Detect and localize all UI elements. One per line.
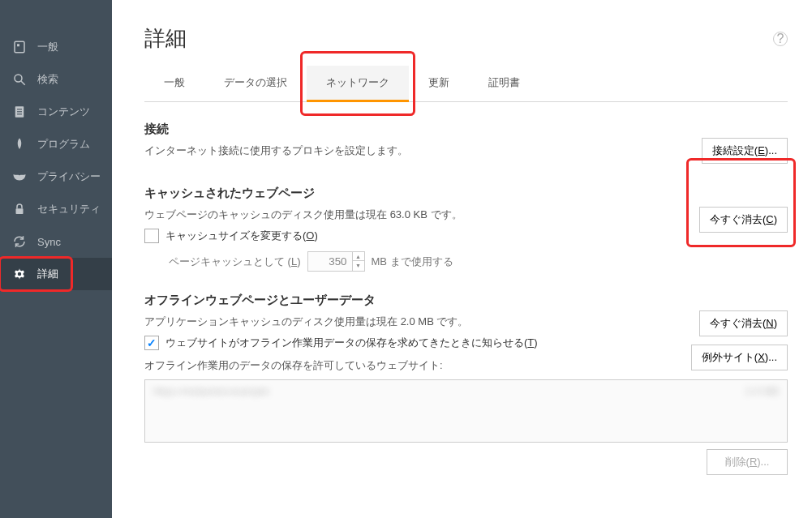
sidebar-item-label: 詳細 xyxy=(37,267,58,281)
sidebar-item-applications[interactable]: プログラム xyxy=(0,128,112,161)
offline-notify-checkbox[interactable]: ✓ xyxy=(144,336,159,350)
svg-rect-7 xyxy=(17,113,22,114)
tab-data-choices[interactable]: データの選択 xyxy=(204,66,307,101)
svg-point-9 xyxy=(18,272,22,276)
svg-rect-0 xyxy=(15,41,24,53)
sidebar-item-label: コンテンツ xyxy=(37,105,90,119)
sidebar-item-privacy[interactable]: プライバシー xyxy=(0,161,112,193)
sidebar-item-security[interactable]: セキュリティ xyxy=(0,193,112,225)
sidebar-item-label: プライバシー xyxy=(37,169,101,184)
sidebar-item-search[interactable]: 検索 xyxy=(0,63,112,96)
tab-network[interactable]: ネットワーク xyxy=(307,66,409,102)
remove-offline-site-button: 削除(R)... xyxy=(707,449,788,475)
tab-certificates[interactable]: 証明書 xyxy=(469,66,539,101)
section-connection: 接続 インターネット接続に使用するプロキシを設定します。 接続設定(E)... xyxy=(144,122,788,165)
sidebar-item-label: プログラム xyxy=(37,137,90,152)
svg-rect-1 xyxy=(17,44,19,46)
gear-icon xyxy=(11,266,28,282)
svg-point-2 xyxy=(15,75,22,82)
mask-icon xyxy=(11,169,28,185)
svg-rect-5 xyxy=(17,109,22,109)
svg-rect-6 xyxy=(17,111,22,112)
sidebar-item-content[interactable]: コンテンツ xyxy=(0,96,112,128)
sidebar-item-sync[interactable]: Sync xyxy=(0,225,112,258)
highlight-marker xyxy=(686,158,796,247)
offline-site-list[interactable]: https://redacted.example 2.0 MB xyxy=(144,379,788,443)
override-cache-checkbox[interactable] xyxy=(144,229,159,243)
sidebar-item-label: セキュリティ xyxy=(37,202,101,216)
search-icon xyxy=(11,71,28,88)
sidebar-item-general[interactable]: 一般 xyxy=(0,31,112,63)
svg-rect-8 xyxy=(16,208,24,214)
lock-icon xyxy=(11,201,28,217)
cache-usage-text: ウェブページのキャッシュのディスク使用量は現在 63.0 KB です。 xyxy=(144,208,683,222)
tab-bar: 一般 データの選択 ネットワーク 更新 証明書 xyxy=(144,66,788,102)
sidebar-item-label: 一般 xyxy=(37,40,58,54)
page-title: 詳細 xyxy=(144,24,187,53)
sidebar-item-advanced[interactable]: 詳細 xyxy=(0,258,112,290)
cache-size-input[interactable] xyxy=(307,251,353,272)
cache-limit-suffix: MB まで使用する xyxy=(372,255,453,269)
tab-general[interactable]: 一般 xyxy=(144,66,204,101)
main-panel: 詳細 ? 一般 データの選択 ネットワーク 更新 証明書 接続 インターネット接… xyxy=(112,0,812,518)
help-icon[interactable]: ? xyxy=(773,32,788,46)
connection-heading: 接続 xyxy=(144,122,685,137)
offline-allowlist-label: オフライン作業用のデータの保存を許可しているウェブサイト: xyxy=(144,358,675,373)
tab-update[interactable]: 更新 xyxy=(409,66,469,101)
section-offline: オフラインウェブページとユーザーデータ アプリケーションキャッシュのディスク使用… xyxy=(144,293,788,475)
section-cache: キャッシュされたウェブページ ウェブページのキャッシュのディスク使用量は現在 6… xyxy=(144,186,788,272)
connection-settings-button[interactable]: 接続設定(E)... xyxy=(702,138,788,164)
sidebar: 一般 検索 コンテンツ プログラム プライバシー セキュリティ Sync 詳細 xyxy=(0,0,112,518)
cache-heading: キャッシュされたウェブページ xyxy=(144,186,683,201)
document-icon xyxy=(11,104,28,120)
offline-heading: オフラインウェブページとユーザーデータ xyxy=(144,293,675,308)
offline-usage-text: アプリケーションキャッシュのディスク使用量は現在 2.0 MB です。 xyxy=(144,315,675,329)
number-stepper[interactable]: ▲▼ xyxy=(353,251,365,272)
svg-line-3 xyxy=(21,81,25,85)
clear-offline-button[interactable]: 今すぐ消去(N) xyxy=(699,310,788,336)
override-cache-label: キャッシュサイズを変更する(O) xyxy=(165,229,318,243)
sidebar-item-label: 検索 xyxy=(37,72,58,87)
connection-description: インターネット接続に使用するプロキシを設定します。 xyxy=(144,143,685,158)
offline-notify-label: ウェブサイトがオフライン作業用データの保存を求めてきたときに知らせる(T) xyxy=(165,336,538,350)
clear-cache-button[interactable]: 今すぐ消去(C) xyxy=(699,207,788,233)
general-icon xyxy=(11,39,28,55)
sync-icon xyxy=(11,233,28,250)
cache-limit-prefix: ページキャッシュとして (L) xyxy=(169,255,301,269)
offline-exceptions-button[interactable]: 例外サイト(X)... xyxy=(691,345,788,370)
rocket-icon xyxy=(11,136,28,152)
sidebar-item-label: Sync xyxy=(37,236,61,248)
